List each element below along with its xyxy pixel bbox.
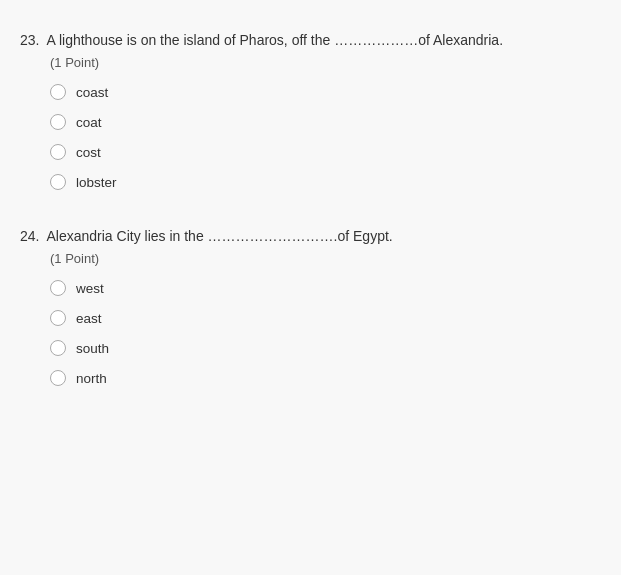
option-23-coat[interactable]: coat [50,114,601,130]
option-24-south[interactable]: south [50,340,601,356]
radio-24-south[interactable] [50,340,66,356]
question-23-body: A lighthouse is on the island of Pharos,… [46,32,503,48]
radio-23-lobster[interactable] [50,174,66,190]
question-24-points: (1 Point) [50,251,601,266]
question-24-number: 24. [20,228,39,244]
radio-23-cost[interactable] [50,144,66,160]
question-23-points: (1 Point) [50,55,601,70]
option-24-west-label: west [76,281,104,296]
option-23-coast[interactable]: coast [50,84,601,100]
question-23-text: 23. A lighthouse is on the island of Pha… [20,30,601,51]
radio-24-north[interactable] [50,370,66,386]
question-24-options: west east south north [50,280,601,386]
question-23-number: 23. [20,32,39,48]
radio-23-coat[interactable] [50,114,66,130]
option-23-coat-label: coat [76,115,102,130]
question-23: 23. A lighthouse is on the island of Pha… [20,30,601,190]
option-23-lobster-label: lobster [76,175,117,190]
question-24-body: Alexandria City lies in the ……………………….of… [46,228,392,244]
question-23-options: coast coat cost lobster [50,84,601,190]
option-23-cost-label: cost [76,145,101,160]
option-23-lobster[interactable]: lobster [50,174,601,190]
option-24-south-label: south [76,341,109,356]
option-23-coast-label: coast [76,85,108,100]
question-24-text: 24. Alexandria City lies in the ……………………… [20,226,601,247]
question-24: 24. Alexandria City lies in the ……………………… [20,226,601,386]
option-23-cost[interactable]: cost [50,144,601,160]
radio-23-coast[interactable] [50,84,66,100]
quiz-container: 23. A lighthouse is on the island of Pha… [20,30,601,386]
option-24-north-label: north [76,371,107,386]
option-24-north[interactable]: north [50,370,601,386]
radio-24-east[interactable] [50,310,66,326]
option-24-east-label: east [76,311,102,326]
option-24-east[interactable]: east [50,310,601,326]
radio-24-west[interactable] [50,280,66,296]
option-24-west[interactable]: west [50,280,601,296]
